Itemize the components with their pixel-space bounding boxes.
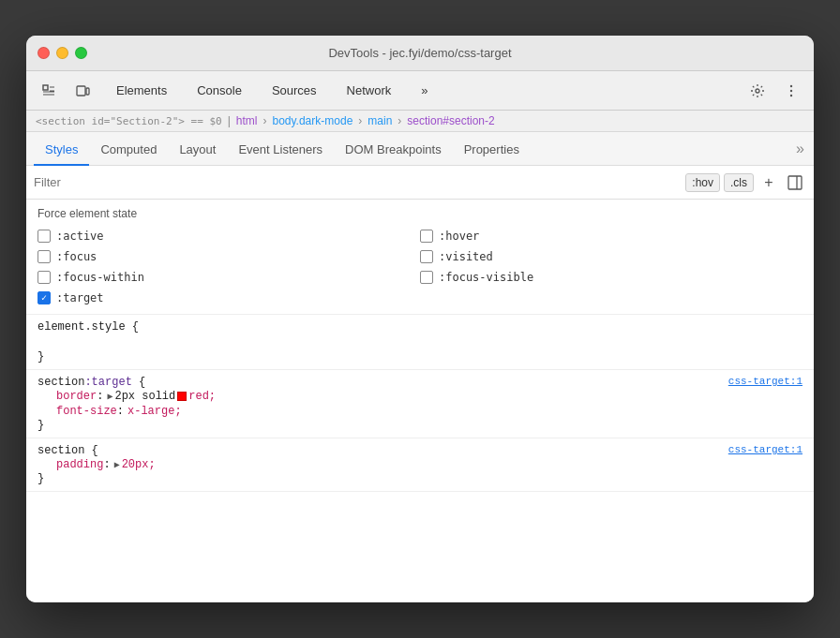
settings-button[interactable] (742, 76, 772, 106)
font-size-value: x-large; (128, 405, 182, 418)
border-colon: : (97, 390, 103, 403)
section-target-close: } (38, 419, 44, 432)
padding-name: padding (56, 458, 103, 471)
force-state-grid: :active :hover :focus :visited (38, 228, 802, 306)
color-swatch-red[interactable] (177, 392, 187, 401)
traffic-lights (38, 47, 87, 59)
target-label: :target (56, 291, 104, 304)
add-rule-button[interactable]: + (758, 171, 780, 194)
svg-rect-2 (86, 88, 89, 95)
visited-checkbox[interactable] (420, 250, 433, 263)
section-header: section { css-target:1 (38, 444, 802, 457)
styles-panel-wrapper: Force element state :active :hover :focu… (26, 200, 814, 602)
focus-within-label: :focus-within (56, 271, 144, 284)
force-state-title: Force element state (38, 207, 802, 220)
crumb-html[interactable]: html (236, 114, 258, 127)
svg-point-5 (790, 94, 792, 96)
styles-panel: Force element state :active :hover :focu… (26, 200, 814, 602)
state-active: :active (38, 228, 420, 245)
border-value-color: red; (188, 390, 216, 403)
toggle-sidebar-button[interactable] (784, 171, 806, 194)
hov-button[interactable]: :hov (685, 173, 720, 192)
font-size-colon: : (117, 405, 124, 418)
element-style-header: element.style { (38, 320, 802, 334)
tab-sources[interactable]: Sources (257, 78, 332, 103)
section-target-selector: section:target { (38, 376, 145, 389)
nav-tabs: Elements Console Sources Network » (101, 78, 739, 103)
state-hover: :hover (420, 228, 802, 245)
border-expand-icon[interactable]: ▶ (107, 391, 112, 402)
font-size-property: font-size : x-large; (38, 404, 802, 419)
subtab-layout[interactable]: Layout (168, 135, 227, 166)
state-focus-within: :focus-within (38, 269, 420, 286)
border-name: border (56, 390, 97, 403)
focus-label: :focus (56, 250, 97, 263)
devtools-window: DevTools - jec.fyi/demo/css-target Eleme… (26, 36, 814, 602)
padding-expand-icon[interactable]: ▶ (114, 459, 120, 470)
crumb-body[interactable]: body.dark-mode (272, 114, 352, 127)
device-toolbar-button[interactable] (68, 76, 98, 106)
border-property: border : ▶ 2px solid red; (38, 389, 802, 404)
active-label: :active (56, 230, 104, 243)
force-state-section: Force element state :active :hover :focu… (26, 200, 814, 315)
section-close: } (38, 472, 44, 485)
section-link[interactable]: css-target:1 (728, 444, 802, 455)
titlebar: DevTools - jec.fyi/demo/css-target (26, 36, 814, 71)
element-style-close: } (38, 350, 44, 364)
breadcrumb-bar: <section id="Section-2"> == $0 | html › … (26, 111, 814, 132)
focus-within-checkbox[interactable] (38, 271, 51, 284)
tab-elements[interactable]: Elements (101, 78, 182, 103)
svg-rect-0 (43, 85, 48, 90)
subtabs-more[interactable]: » (787, 133, 814, 165)
section-rule: section { css-target:1 padding : ▶ 20px;… (26, 438, 814, 492)
crumb-section[interactable]: section#section-2 (407, 114, 494, 127)
visited-label: :visited (439, 250, 493, 263)
state-target: :target (38, 289, 420, 306)
target-checkbox[interactable] (38, 291, 51, 304)
svg-rect-1 (77, 86, 85, 96)
state-focus: :focus (38, 248, 420, 265)
svg-point-4 (790, 89, 792, 91)
nav-right (742, 76, 806, 106)
more-options-button[interactable] (776, 76, 806, 106)
focus-visible-checkbox[interactable] (420, 271, 433, 284)
active-checkbox[interactable] (38, 230, 51, 243)
section-target-link[interactable]: css-target:1 (728, 376, 802, 387)
border-value-pre: 2px solid (114, 390, 175, 403)
subtab-properties[interactable]: Properties (453, 135, 531, 166)
subtab-styles[interactable]: Styles (34, 135, 89, 166)
filter-input[interactable] (34, 175, 682, 189)
subtab-event-listeners[interactable]: Event Listeners (227, 135, 334, 166)
hover-label: :hover (439, 230, 479, 243)
cls-button[interactable]: .cls (724, 173, 754, 192)
state-focus-visible: :focus-visible (420, 269, 802, 286)
state-visited: :visited (420, 248, 802, 265)
padding-value: 20px; (122, 458, 156, 471)
window-title: DevTools - jec.fyi/demo/css-target (328, 46, 511, 60)
maximize-button[interactable] (75, 47, 87, 59)
subtab-computed[interactable]: Computed (89, 135, 168, 166)
tab-more[interactable]: » (406, 78, 442, 103)
tab-network[interactable]: Network (332, 78, 407, 103)
font-size-name: font-size (56, 405, 117, 418)
padding-colon: : (103, 458, 110, 471)
svg-rect-6 (788, 176, 802, 189)
tab-console[interactable]: Console (182, 78, 257, 103)
close-button[interactable] (38, 47, 50, 59)
element-style-selector: element.style { (38, 320, 139, 334)
navbar: Elements Console Sources Network » (26, 71, 814, 111)
section-selector: section { (38, 444, 98, 457)
filter-bar: :hov .cls + (26, 166, 814, 200)
selected-indicator: <section id="Section-2"> == $0 (36, 115, 222, 127)
hover-checkbox[interactable] (420, 230, 433, 243)
minimize-button[interactable] (56, 47, 68, 59)
subtabs: Styles Computed Layout Event Listeners D… (26, 132, 814, 166)
element-picker-button[interactable] (34, 76, 64, 106)
focus-checkbox[interactable] (38, 250, 51, 263)
subtab-dom-breakpoints[interactable]: DOM Breakpoints (334, 135, 453, 166)
section-target-rule: section:target { css-target:1 border : ▶… (26, 370, 814, 438)
crumb-main[interactable]: main (368, 114, 392, 127)
padding-property: padding : ▶ 20px; (38, 457, 802, 472)
svg-point-3 (790, 84, 792, 86)
section-target-header: section:target { css-target:1 (38, 376, 802, 389)
